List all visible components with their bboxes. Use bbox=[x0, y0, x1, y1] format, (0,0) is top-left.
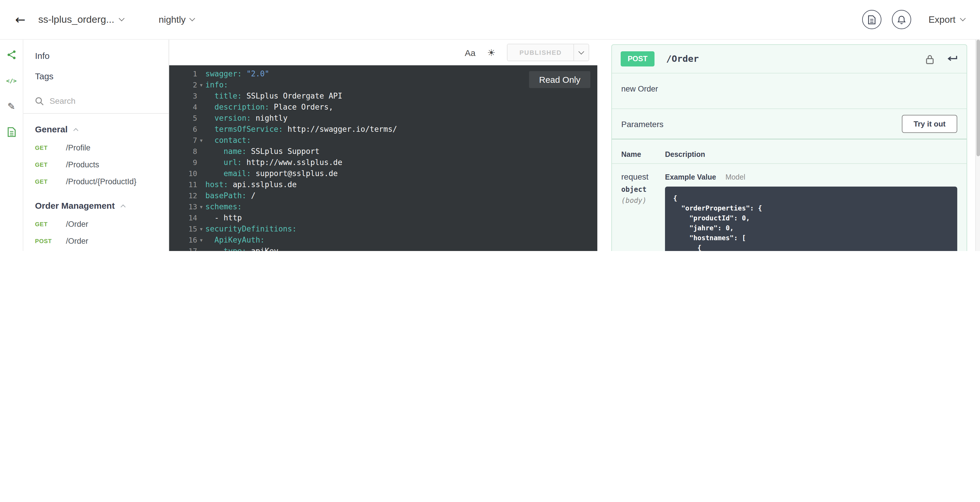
publish-menu-button[interactable] bbox=[573, 44, 589, 60]
code-token: apiKey bbox=[247, 247, 278, 251]
back-button[interactable]: ← bbox=[15, 13, 25, 27]
export-label: Export bbox=[929, 14, 956, 25]
edit-icon[interactable]: ✎ bbox=[6, 100, 17, 112]
docs-icon[interactable] bbox=[6, 126, 17, 138]
apis-hub-icon[interactable] bbox=[6, 49, 17, 60]
editor-toolbar: Aa ☀ PUBLISHED bbox=[169, 40, 597, 65]
code-text: email: support@sslplus.de bbox=[205, 169, 338, 178]
section-header-order-management[interactable]: Order Management bbox=[23, 190, 169, 216]
sidebar-item[interactable]: GET/Products bbox=[23, 156, 169, 173]
parameter-type: object bbox=[621, 186, 665, 194]
operation-header[interactable]: POST /Order bbox=[612, 45, 967, 73]
try-it-out-button[interactable]: Try it out bbox=[902, 115, 957, 133]
line-number: 13 bbox=[169, 202, 197, 211]
theme-toggle-icon[interactable]: ☀ bbox=[487, 47, 496, 58]
return-arrow-icon[interactable] bbox=[946, 55, 958, 63]
operation-path: /Order bbox=[666, 54, 699, 64]
tab-example-value[interactable]: Example Value bbox=[665, 173, 716, 181]
line-number: 17 bbox=[169, 247, 197, 251]
line-number: 3 bbox=[169, 92, 197, 100]
code-token: schemes: bbox=[205, 202, 242, 211]
parameter-location: (body) bbox=[621, 197, 665, 205]
code-line: 14 - http bbox=[169, 212, 597, 223]
code-token: http://www.sslplus.de bbox=[242, 158, 342, 167]
code-token: SSLplus Support bbox=[247, 147, 320, 156]
read-only-badge: Read Only bbox=[529, 71, 590, 88]
code-line: 8 name: SSLplus Support bbox=[169, 146, 597, 157]
search-box[interactable] bbox=[23, 89, 169, 114]
code-token: host: bbox=[205, 180, 228, 189]
fold-arrow-icon[interactable]: ▾ bbox=[197, 226, 205, 232]
fold-arrow-icon[interactable]: ▾ bbox=[197, 137, 205, 143]
sidebar-item[interactable]: POST/Order bbox=[23, 233, 169, 249]
code-token: ApiKeyAuth: bbox=[205, 235, 265, 244]
api-name-dropdown[interactable]: ss-lplus_orderg... bbox=[38, 14, 124, 25]
tab-model[interactable]: Model bbox=[725, 173, 745, 181]
code-line: 9 url: http://www.sslplus.de bbox=[169, 157, 597, 168]
parameter-name: request bbox=[621, 172, 665, 181]
code-token: url: bbox=[205, 158, 242, 167]
topbar: ← ss-lplus_orderg... nightly Export bbox=[0, 0, 980, 40]
operation-summary: new Order bbox=[612, 73, 967, 108]
code-text: basePath: / bbox=[205, 191, 256, 200]
code-editor-icon[interactable]: </> bbox=[6, 75, 17, 86]
code-line: 13▾schemes: bbox=[169, 201, 597, 212]
code-text: swagger: "2.0" bbox=[205, 69, 269, 78]
window-scrollbar[interactable] bbox=[975, 40, 980, 251]
sidebar: Info Tags GeneralGET/ProfileGET/Products… bbox=[23, 40, 169, 251]
code-editor[interactable]: Read Only 1swagger: "2.0"2▾info:3 title:… bbox=[169, 65, 597, 251]
search-input[interactable] bbox=[49, 96, 149, 105]
fold-arrow-icon[interactable]: ▾ bbox=[197, 237, 205, 243]
line-number: 6 bbox=[169, 125, 197, 133]
code-token: description: bbox=[205, 103, 269, 111]
topbar-actions: Export bbox=[862, 10, 965, 29]
sidebar-item-info[interactable]: Info bbox=[23, 46, 169, 66]
code-line: 5 version: nightly bbox=[169, 113, 597, 124]
code-token: swagger: bbox=[205, 69, 242, 78]
sidebar-item-tags[interactable]: Tags bbox=[23, 66, 169, 86]
code-line: 17 type: apiKey bbox=[169, 245, 597, 251]
font-size-button[interactable]: Aa bbox=[465, 48, 476, 57]
code-text: version: nightly bbox=[205, 114, 288, 122]
code-line: 4 description: Place Orders, bbox=[169, 102, 597, 113]
chevron-down-icon bbox=[578, 48, 584, 54]
lock-icon[interactable] bbox=[926, 54, 934, 64]
code-line: 7▾ contact: bbox=[169, 135, 597, 146]
sidebar-item[interactable]: GET/Product/{ProductId} bbox=[23, 173, 169, 190]
notifications-button[interactable] bbox=[892, 10, 911, 29]
export-dropdown[interactable]: Export bbox=[929, 14, 965, 25]
method-label: GET bbox=[35, 162, 66, 168]
parameter-meta: request object (body) bbox=[621, 172, 665, 251]
endpoint-list: GeneralGET/ProfileGET/ProductsGET/Produc… bbox=[23, 114, 169, 251]
chevron-down-icon bbox=[960, 16, 966, 21]
line-number: 10 bbox=[169, 169, 197, 178]
sidebar-item[interactable]: GET/Order bbox=[23, 216, 169, 233]
search-icon bbox=[35, 97, 44, 105]
line-number: 15 bbox=[169, 224, 197, 233]
sidebar-item[interactable]: GET/Profile bbox=[23, 139, 169, 156]
version-dropdown[interactable]: nightly bbox=[159, 14, 194, 25]
operation-header-icons bbox=[926, 54, 958, 64]
publish-split-button[interactable]: PUBLISHED bbox=[507, 44, 589, 61]
published-button[interactable]: PUBLISHED bbox=[508, 44, 573, 60]
document-button[interactable] bbox=[862, 10, 881, 29]
code-token: api.sslplus.de bbox=[228, 180, 297, 189]
code-token: / bbox=[247, 191, 256, 200]
code-token: basePath: bbox=[205, 191, 247, 200]
code-line: 11host: api.sslplus.de bbox=[169, 179, 597, 190]
line-number: 4 bbox=[169, 103, 197, 111]
operation-panel-wrap: POST /Order new Order Parameters Try it … bbox=[597, 40, 980, 251]
code-token: email: bbox=[205, 169, 251, 178]
sidebar-item[interactable]: GET/Order/{orderId} bbox=[23, 249, 169, 251]
code-token: http://swagger.io/terms/ bbox=[283, 125, 397, 133]
parameters-header: Parameters Try it out bbox=[612, 109, 967, 139]
section-header-general[interactable]: General bbox=[23, 114, 169, 139]
scrollbar-thumb[interactable] bbox=[977, 40, 980, 156]
fold-arrow-icon[interactable]: ▾ bbox=[197, 82, 205, 88]
chevron-down-icon bbox=[189, 16, 196, 21]
code-text: schemes: bbox=[205, 202, 242, 211]
example-value-block[interactable]: { "orderProperties": { "productId": 0, "… bbox=[665, 187, 957, 251]
chevron-up-icon bbox=[73, 128, 78, 133]
fold-arrow-icon[interactable]: ▾ bbox=[197, 204, 205, 210]
chevron-up-icon bbox=[121, 204, 126, 209]
